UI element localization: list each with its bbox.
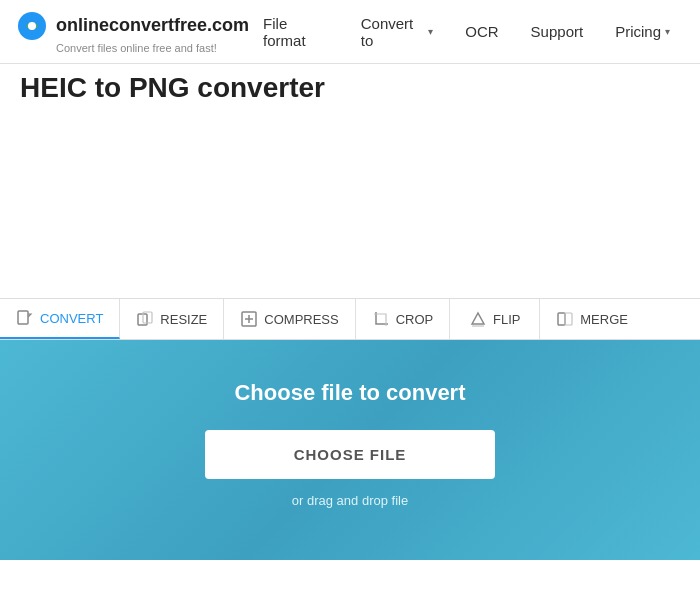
tab-crop[interactable]: CROP (356, 299, 451, 339)
nav-convert-to[interactable]: Convert to ▾ (347, 7, 448, 57)
svg-point-1 (28, 22, 36, 30)
tab-compress[interactable]: COMPRESS (224, 299, 355, 339)
main-nav: File format Convert to ▾ OCR Support Pri… (249, 7, 684, 57)
tab-convert[interactable]: CONVERT (0, 299, 120, 339)
drag-drop-text: or drag and drop file (292, 493, 408, 508)
page-title-area: HEIC to PNG converter (0, 64, 700, 108)
tab-flip[interactable]: FLIP (450, 299, 540, 339)
logo-icon (16, 10, 48, 42)
logo-text: onlineconvertfree.com (56, 15, 249, 36)
upload-title: Choose file to convert (234, 380, 465, 406)
svg-rect-10 (558, 313, 565, 325)
nav-pricing[interactable]: Pricing ▾ (601, 15, 684, 48)
chevron-down-icon-pricing: ▾ (665, 26, 670, 37)
tab-resize[interactable]: RESIZE (120, 299, 224, 339)
choose-file-button[interactable]: CHOOSE FILE (205, 430, 495, 479)
header: onlineconvertfree.com Convert files onli… (0, 0, 700, 64)
chevron-down-icon: ▾ (428, 26, 433, 37)
ad-area (0, 108, 700, 298)
flip-icon (469, 310, 487, 328)
crop-icon (372, 310, 390, 328)
nav-support[interactable]: Support (517, 15, 598, 48)
tab-merge[interactable]: MERGE (540, 299, 644, 339)
nav-ocr[interactable]: OCR (451, 15, 512, 48)
convert-icon (16, 309, 34, 327)
compress-icon (240, 310, 258, 328)
svg-rect-11 (565, 313, 572, 325)
logo-sub: Convert files online free and fast! (56, 42, 249, 54)
page-title: HEIC to PNG converter (20, 72, 680, 104)
merge-icon (556, 310, 574, 328)
upload-section: Choose file to convert CHOOSE FILE or dr… (0, 340, 700, 560)
svg-marker-8 (472, 313, 484, 324)
nav-file-format[interactable]: File format (249, 7, 343, 57)
logo-area: onlineconvertfree.com Convert files onli… (16, 10, 249, 54)
svg-rect-2 (18, 311, 28, 324)
tool-tabs: CONVERT RESIZE COMPRESS CROP FLIP (0, 298, 700, 340)
resize-icon (136, 310, 154, 328)
